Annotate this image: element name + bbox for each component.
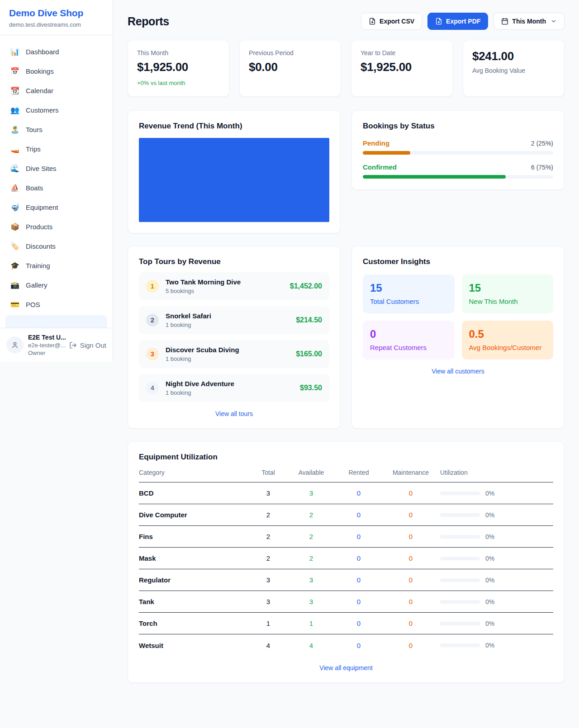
progress-fill xyxy=(363,175,506,179)
calendar-icon: 📆 xyxy=(10,86,20,95)
export-csv-button[interactable]: Export CSV xyxy=(361,13,422,30)
equipment-maintenance: 0 xyxy=(381,489,440,497)
sidebar-item-dashboard[interactable]: 📊 Dashboard xyxy=(5,43,107,61)
utilization-track xyxy=(440,622,480,625)
status-row-confirmed: Confirmed 6 (75%) xyxy=(363,163,553,179)
tile-label: Repeat Customers xyxy=(370,344,447,351)
sidebar-item-customers[interactable]: 👥 Customers xyxy=(5,101,107,119)
table-row: Mask 2 2 0 0 0% xyxy=(139,548,553,569)
stat-card-previous-period: Previous Period $0.00 xyxy=(239,40,341,97)
sidebar-item-bookings[interactable]: 📅 Bookings xyxy=(5,62,107,80)
export-csv-label: Export CSV xyxy=(380,18,414,25)
tour-bookings: 1 booking xyxy=(166,389,293,396)
utilization-cell: 0% xyxy=(440,620,553,627)
equipment-available: 3 xyxy=(286,598,336,605)
tile-value: 15 xyxy=(469,282,546,294)
utilization-track xyxy=(440,557,480,560)
sidebar-item-boats[interactable]: ⛵ Boats xyxy=(5,179,107,197)
stat-label: This Month xyxy=(137,49,220,57)
stat-value: $1,925.00 xyxy=(361,60,443,74)
table-row: BCD 3 3 0 0 0% xyxy=(139,482,553,504)
stats-row: This Month $1,925.00 +0% vs last month P… xyxy=(128,40,565,97)
tile-label: Total Customers xyxy=(370,298,447,305)
equipment-rented: 0 xyxy=(336,598,381,605)
island-icon: 🏝️ xyxy=(10,125,20,134)
sidebar-item-label: POS xyxy=(26,301,40,308)
status-label: Pending xyxy=(363,139,389,147)
stat-label: Year to Date xyxy=(361,49,443,57)
sidebar-item-label: Dive Sites xyxy=(26,165,57,172)
sidebar-item-label: Dashboard xyxy=(26,48,59,56)
sidebar-item-label: Discounts xyxy=(26,242,56,250)
stat-value: $241.00 xyxy=(472,49,555,63)
sidebar-item-label: Customers xyxy=(26,106,59,114)
export-pdf-button[interactable]: Export PDF xyxy=(427,13,488,30)
progress-fill xyxy=(363,151,410,155)
equipment-total: 2 xyxy=(250,533,286,540)
table-row: Regulator 3 3 0 0 0% xyxy=(139,569,553,591)
equipment-category: Mask xyxy=(139,554,250,562)
avatar xyxy=(6,336,24,354)
tour-amount: $1,452.00 xyxy=(290,282,322,290)
sidebar-item-pos[interactable]: 💳 POS xyxy=(5,295,107,313)
tour-name: Discover Scuba Diving xyxy=(166,346,289,354)
period-dropdown[interactable]: This Month xyxy=(494,13,565,30)
sailboat-icon: ⛵ xyxy=(10,184,20,192)
tour-name: Snorkel Safari xyxy=(166,312,289,320)
equipment-table-header: Category Total Available Rented Maintena… xyxy=(139,469,553,482)
sidebar-item-products[interactable]: 📦 Products xyxy=(5,217,107,236)
utilization-cell: 0% xyxy=(440,490,553,497)
insight-tiles: 15 Total Customers 15 New This Month 0 R… xyxy=(363,274,553,359)
sidebar-item-equipment[interactable]: 🤿 Equipment xyxy=(5,198,107,216)
top-tours-card: Top Tours by Revenue 1 Two Tank Morning … xyxy=(128,246,341,429)
sign-out-button[interactable]: Sign Out xyxy=(69,341,106,349)
sidebar-item-label: Bookings xyxy=(26,67,54,75)
bookings-by-status-card: Bookings by Status Pending 2 (25%) Confi… xyxy=(351,110,565,190)
sidebar-item-label: Training xyxy=(26,262,50,269)
table-row: Tank 3 3 0 0 0% xyxy=(139,591,553,613)
chevron-down-icon xyxy=(551,18,557,24)
brand-domain: demo.test.divestreams.com xyxy=(9,21,104,28)
equipment-category: Dive Computer xyxy=(139,511,250,519)
camera-icon: 📸 xyxy=(10,281,20,289)
equipment-category: Torch xyxy=(139,619,250,627)
sidebar-item-label: Trips xyxy=(26,145,41,153)
sidebar-item-tours[interactable]: 🏝️ Tours xyxy=(5,120,107,138)
user-role: Owner xyxy=(28,350,65,356)
sidebar: Demo Dive Shop demo.test.divestreams.com… xyxy=(0,0,113,362)
wave-icon: 🌊 xyxy=(10,164,20,173)
customer-insights-card: Customer Insights 15 Total Customers 15 … xyxy=(351,246,565,429)
bookings-by-status-title: Bookings by Status xyxy=(363,122,553,131)
sidebar-item-reports-clipped[interactable] xyxy=(5,315,107,328)
sidebar-item-training[interactable]: 🎓 Training xyxy=(5,256,107,274)
header-actions: Export CSV Export PDF xyxy=(361,13,565,30)
diving-mask-icon: 🤿 xyxy=(10,203,20,212)
tour-row: 4 Night Dive Adventure 1 booking $93.50 xyxy=(139,374,329,402)
equipment-available: 2 xyxy=(286,511,336,519)
view-all-equipment-link[interactable]: View all equipment xyxy=(139,664,553,671)
col-header-rented: Rented xyxy=(336,469,381,476)
tile-total-customers: 15 Total Customers xyxy=(363,274,455,313)
equipment-category: Fins xyxy=(139,533,250,540)
view-all-tours-link[interactable]: View all tours xyxy=(139,410,329,417)
user-email: e2e-tester@... xyxy=(28,342,65,349)
sidebar-item-dive-sites[interactable]: 🌊 Dive Sites xyxy=(5,159,107,177)
rank-badge: 3 xyxy=(146,348,159,360)
rank-badge: 4 xyxy=(146,382,159,394)
sidebar-item-discounts[interactable]: 🏷️ Discounts xyxy=(5,237,107,255)
equipment-available: 1 xyxy=(286,619,336,627)
tour-bookings: 1 booking xyxy=(166,321,289,328)
user-name: E2E Test U... xyxy=(28,334,65,341)
calendar-date-icon: 📅 xyxy=(10,67,20,76)
sidebar-item-gallery[interactable]: 📸 Gallery xyxy=(5,276,107,294)
table-row: Dive Computer 2 2 0 0 0% xyxy=(139,504,553,526)
col-header-utilization: Utilization xyxy=(440,469,553,476)
sidebar-item-calendar[interactable]: 📆 Calendar xyxy=(5,81,107,99)
brand-name[interactable]: Demo Dive Shop xyxy=(9,8,104,19)
app-root: Demo Dive Shop demo.test.divestreams.com… xyxy=(0,0,579,728)
sidebar-item-trips[interactable]: 🚤 Trips xyxy=(5,140,107,158)
view-all-customers-link[interactable]: View all customers xyxy=(363,368,553,375)
tour-bookings: 5 bookings xyxy=(166,288,283,294)
table-row: Fins 2 2 0 0 0% xyxy=(139,526,553,548)
tile-value: 15 xyxy=(370,282,447,294)
